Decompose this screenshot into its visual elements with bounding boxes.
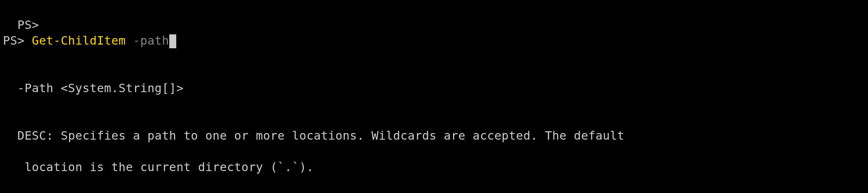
signature-text: -Path <System.String[]> — [18, 81, 184, 95]
space — [126, 34, 133, 48]
help-description-line-1: DESC: Specifies a path to one or more lo… — [3, 112, 865, 143]
help-signature: -Path <System.String[]> — [3, 65, 865, 96]
desc-text: location is the current directory (`.`). — [18, 160, 314, 174]
terminal-line-2[interactable]: PS> Get-ChildItem -path — [3, 33, 865, 49]
prompt-text: PS> — [18, 18, 39, 32]
parameter-name: -path — [133, 34, 169, 48]
cursor-icon — [169, 34, 176, 48]
blank-line — [3, 49, 865, 65]
help-description-line-2: location is the current directory (`.`). — [3, 144, 865, 175]
blank-line — [3, 96, 865, 112]
help-required-line-1: Required: false, Position: 0, Default Va… — [3, 175, 865, 193]
prompt-text: PS> — [3, 34, 32, 48]
desc-text: DESC: Specifies a path to one or more lo… — [18, 129, 624, 143]
cmdlet-name: Get-ChildItem — [32, 34, 126, 48]
req-text: Required: false, Position: 0, Default Va… — [18, 192, 624, 193]
terminal-line-1[interactable]: PS> — [3, 1, 865, 33]
